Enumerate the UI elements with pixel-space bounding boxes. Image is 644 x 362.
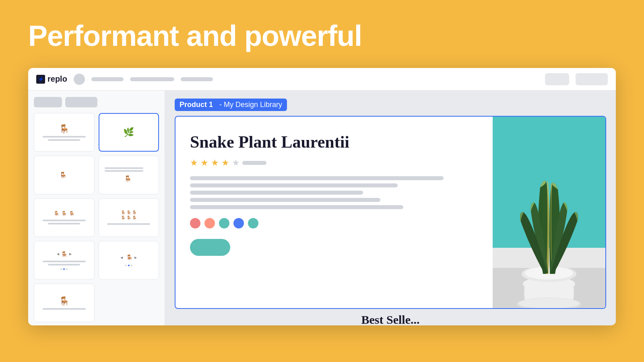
list-item[interactable]: ◀ 🪑 ▶ (99, 241, 159, 280)
product-label-light: - My Design Library (218, 99, 287, 111)
star-1: ★ (190, 158, 198, 168)
sidebar-tab-2[interactable] (65, 97, 97, 107)
product-title: Snake Plant Laurentii (190, 133, 478, 151)
toolbar-circle (74, 74, 85, 85)
desc-line-2 (190, 183, 398, 187)
chair-icon: 🪑 (61, 211, 67, 216)
replo-icon (36, 75, 45, 84)
desc-line-4 (190, 198, 380, 202)
plant-icon: 🌿 (123, 127, 134, 138)
toolbar-btn-2[interactable] (576, 73, 608, 85)
product-image (493, 117, 605, 308)
sidebar-grid: 🪑 🌿 � (34, 113, 159, 322)
color-dot-3[interactable] (219, 218, 229, 228)
replo-logo: replo (36, 74, 67, 84)
star-2: ★ (200, 158, 208, 168)
toolbar-btn-1[interactable] (545, 73, 569, 85)
list-item[interactable]: 🪑 🪑 🪑 🪑 🪑 🪑 (99, 198, 159, 237)
chair-icon: 🪑 (126, 254, 133, 261)
list-item[interactable]: 🌿 (99, 113, 159, 152)
list-item[interactable]: ◀ 🪑 ▶ (34, 241, 95, 280)
chair-icon: 🪑 (132, 216, 137, 220)
chair-icon: 🪑 (132, 210, 137, 215)
canvas-area: Product 1 - My Design Library Snake Plan… (165, 90, 616, 325)
toolbar-bar-1 (91, 77, 124, 81)
list-item[interactable]: 🪑 (99, 156, 159, 194)
color-dot-5[interactable] (248, 218, 258, 228)
bottom-text: Best Selle... (175, 313, 606, 325)
color-dot-2[interactable] (204, 218, 215, 228)
desc-line-5 (190, 205, 403, 209)
chair-icon: 🪑 (54, 211, 60, 216)
chair-icon: 🪑 (59, 296, 70, 306)
browser-toolbar: replo (28, 68, 616, 90)
replo-logo-text: replo (47, 74, 67, 84)
sidebar-tab-1[interactable] (34, 97, 62, 107)
plant-illustration (493, 117, 605, 308)
stars-row: ★ ★ ★ ★ ★ (190, 158, 478, 168)
chair-icon: 🪑 (126, 216, 131, 220)
desc-line-3 (190, 191, 363, 195)
product-label-bold: Product 1 (175, 99, 218, 111)
list-item[interactable]: 🪑 (34, 113, 95, 152)
star-bar (242, 161, 266, 165)
chair-icon: 🪑 (59, 124, 70, 134)
star-4: ★ (221, 158, 229, 168)
sidebar-tabs (34, 97, 159, 107)
list-item[interactable]: 🪑 (34, 156, 95, 194)
chair-icon: 🪑 (59, 171, 67, 179)
page-headline: Performant and powerful (28, 20, 616, 52)
chair-icon: 🪑 (69, 211, 75, 216)
color-dot-4[interactable] (233, 218, 244, 228)
add-to-cart-button[interactable] (190, 239, 230, 256)
toolbar-bar-3 (181, 77, 213, 81)
chair-icon: 🪑 (124, 175, 132, 183)
svg-point-5 (525, 267, 573, 280)
star-5: ★ (232, 158, 240, 168)
list-item[interactable]: 🪑 (34, 284, 95, 322)
list-item[interactable]: 🪑 🪑 🪑 (34, 198, 95, 237)
browser-window: replo (28, 68, 616, 325)
product-label: Product 1 - My Design Library (175, 99, 287, 111)
desc-lines (190, 176, 478, 209)
chair-icon: 🪑 (121, 216, 126, 220)
color-dot-1[interactable] (190, 218, 200, 228)
chair-icon: 🪑 (61, 251, 68, 257)
desc-line-1 (190, 176, 444, 180)
color-dots (190, 218, 478, 228)
browser-body: 🪑 🌿 � (28, 90, 616, 325)
page-wrapper: Performant and powerful replo (0, 0, 644, 362)
snake-plant-svg (493, 117, 605, 308)
svg-point-7 (519, 298, 579, 308)
chair-icon: 🪑 (121, 210, 126, 215)
toolbar-bar-2 (130, 77, 174, 81)
product-info: Snake Plant Laurentii ★ ★ ★ ★ ★ (175, 117, 493, 308)
star-3: ★ (211, 158, 219, 168)
sidebar: 🪑 🌿 � (28, 90, 165, 325)
chair-icon: 🪑 (126, 210, 131, 215)
product-card: Snake Plant Laurentii ★ ★ ★ ★ ★ (175, 116, 606, 309)
